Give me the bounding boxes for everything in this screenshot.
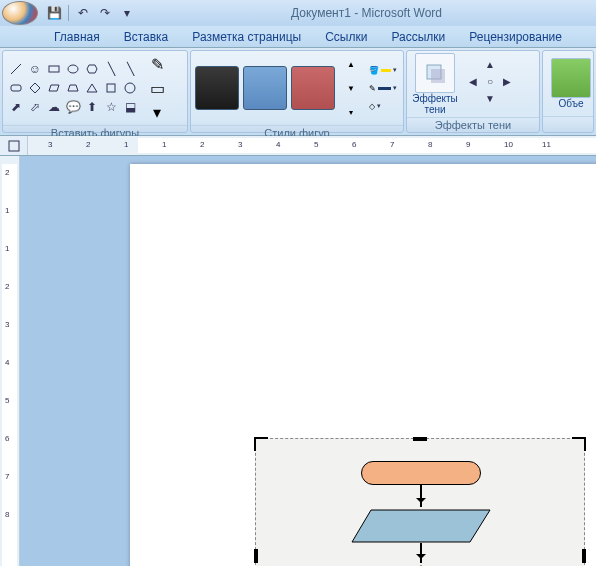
tab-mail[interactable]: Рассылки xyxy=(379,27,457,47)
object-label: Объе xyxy=(547,98,595,109)
canvas-corner-handle[interactable] xyxy=(570,437,586,453)
office-button[interactable] xyxy=(2,1,38,25)
ruler-tick: 11 xyxy=(542,140,551,149)
oval-icon[interactable] xyxy=(64,60,82,78)
ruler-tick: 6 xyxy=(352,140,356,149)
flowchart-terminator[interactable] xyxy=(361,461,481,485)
svg-marker-7 xyxy=(68,85,78,91)
tab-insert[interactable]: Вставка xyxy=(112,27,181,47)
qat-more-icon[interactable]: ▾ xyxy=(117,4,137,22)
arrow-icon[interactable]: ⬈ xyxy=(7,98,25,116)
banner-icon[interactable]: ⬓ xyxy=(121,98,139,116)
effects-label: Эффекты тени xyxy=(411,93,459,115)
svg-rect-13 xyxy=(9,141,19,151)
canvas-corner-handle[interactable] xyxy=(254,437,270,453)
line-icon[interactable] xyxy=(7,60,25,78)
smiley-icon[interactable]: ☺ xyxy=(26,60,44,78)
arrow-icon[interactable]: ⬀ xyxy=(26,98,44,116)
flowchart-data[interactable] xyxy=(351,509,491,543)
flowchart-arrow[interactable] xyxy=(420,485,422,507)
nudge-left-icon[interactable]: ◀ xyxy=(465,76,481,92)
ruler-tick: 6 xyxy=(5,434,9,443)
shape-icon[interactable] xyxy=(102,79,120,97)
ruler-tick: 5 xyxy=(314,140,318,149)
document-area: 2112345678 xyxy=(0,156,596,566)
expand-styles-icon[interactable]: ▾ xyxy=(339,101,363,123)
tab-refs[interactable]: Ссылки xyxy=(313,27,379,47)
nudge-down-icon[interactable]: ▼ xyxy=(482,93,498,109)
style-swatch-blue[interactable] xyxy=(243,66,287,110)
svg-marker-8 xyxy=(87,84,97,92)
shape-fill-button[interactable]: 🪣▾ xyxy=(369,62,397,78)
flowchart-arrow[interactable] xyxy=(420,543,422,563)
svg-rect-1 xyxy=(49,66,59,72)
ruler-tick: 1 xyxy=(5,206,9,215)
style-swatch-red[interactable] xyxy=(291,66,335,110)
ribbon: ☺ ╲ ╲ ⬈ ⬀ ☁ 💬 ⬆ ☆ ⬓ xyxy=(0,48,596,136)
diagonal2-icon[interactable]: ╲ xyxy=(121,60,139,78)
tab-layout[interactable]: Разметка страницы xyxy=(180,27,313,47)
cloud-icon[interactable]: ☁ xyxy=(45,98,63,116)
shadow-effects-button[interactable] xyxy=(415,53,455,93)
3d-effects-button[interactable] xyxy=(551,58,591,98)
callout-icon[interactable]: 💬 xyxy=(64,98,82,116)
triangle-icon[interactable] xyxy=(83,79,101,97)
undo-icon[interactable]: ↶ xyxy=(73,4,93,22)
svg-marker-5 xyxy=(30,83,40,93)
canvas-side-handle[interactable] xyxy=(582,549,586,563)
canvas-side-handle[interactable] xyxy=(254,549,258,563)
horizontal-ruler[interactable]: 3211234567891011 xyxy=(28,136,596,155)
workspace[interactable] xyxy=(20,156,596,566)
change-shape-button[interactable]: ◇▾ xyxy=(369,98,397,114)
drawing-canvas[interactable] xyxy=(255,438,585,566)
diagonal-icon[interactable]: ╲ xyxy=(102,60,120,78)
arrow-up-icon[interactable]: ⬆ xyxy=(83,98,101,116)
ruler-tick: 1 xyxy=(124,140,128,149)
ruler-tick: 8 xyxy=(428,140,432,149)
ruler-tick: 1 xyxy=(5,244,9,253)
tab-home[interactable]: Главная xyxy=(42,27,112,47)
trapezoid-icon[interactable] xyxy=(64,79,82,97)
scroll-down-icon[interactable]: ▼ xyxy=(339,77,363,99)
ruler-tick: 3 xyxy=(48,140,52,149)
rect-icon[interactable] xyxy=(45,60,63,78)
parallelogram-icon[interactable] xyxy=(45,79,63,97)
rrect-icon[interactable] xyxy=(7,79,25,97)
star-icon[interactable]: ☆ xyxy=(102,98,120,116)
svg-rect-9 xyxy=(107,84,115,92)
hexagon-icon[interactable] xyxy=(83,60,101,78)
save-icon[interactable]: 💾 xyxy=(44,4,64,22)
svg-marker-3 xyxy=(87,65,97,73)
ruler-tick: 4 xyxy=(276,140,280,149)
vertical-ruler[interactable]: 2112345678 xyxy=(0,156,20,566)
nudge-center-icon[interactable]: ○ xyxy=(482,76,498,92)
group-label xyxy=(543,116,593,132)
horizontal-ruler-bar: 3211234567891011 xyxy=(0,136,596,156)
ruler-tick: 10 xyxy=(504,140,513,149)
style-swatch-black[interactable] xyxy=(195,66,239,110)
ruler-tick: 2 xyxy=(5,282,9,291)
tab-review[interactable]: Рецензирование xyxy=(457,27,574,47)
svg-rect-4 xyxy=(11,85,21,91)
shadow-nudge-pad: ▲ ◀○▶ ▼ xyxy=(465,59,515,109)
nudge-up-icon[interactable]: ▲ xyxy=(482,59,498,75)
canvas-side-handle[interactable] xyxy=(413,437,427,441)
scroll-up-icon[interactable]: ▲ xyxy=(339,53,363,75)
shapes-gallery[interactable]: ☺ ╲ ╲ ⬈ ⬀ ☁ 💬 ⬆ ☆ ⬓ xyxy=(7,60,139,116)
shape-outline-button[interactable]: ✎▾ xyxy=(369,80,397,96)
group-shadow-effects: Эффекты тени ▲ ◀○▶ ▼ Эффекты тени xyxy=(406,50,540,133)
ruler-corner xyxy=(0,136,28,155)
redo-icon[interactable]: ↷ xyxy=(95,4,115,22)
shape-icon[interactable] xyxy=(121,79,139,97)
ruler-tick: 4 xyxy=(5,358,9,367)
expand-gallery-icon[interactable]: ▾ xyxy=(145,101,169,123)
quick-access-toolbar: 💾 ↶ ↷ ▾ xyxy=(44,4,137,22)
diamond-icon[interactable] xyxy=(26,79,44,97)
pen-icon: ✎ xyxy=(369,84,376,93)
ruler-tick: 7 xyxy=(390,140,394,149)
nudge-right-icon[interactable]: ▶ xyxy=(499,76,515,92)
textbox-icon[interactable]: ▭ xyxy=(145,77,169,99)
window-title: Документ1 - Microsoft Word xyxy=(137,6,596,20)
ruler-tick: 5 xyxy=(5,396,9,405)
edit-shape-icon[interactable]: ✎ xyxy=(145,53,169,75)
